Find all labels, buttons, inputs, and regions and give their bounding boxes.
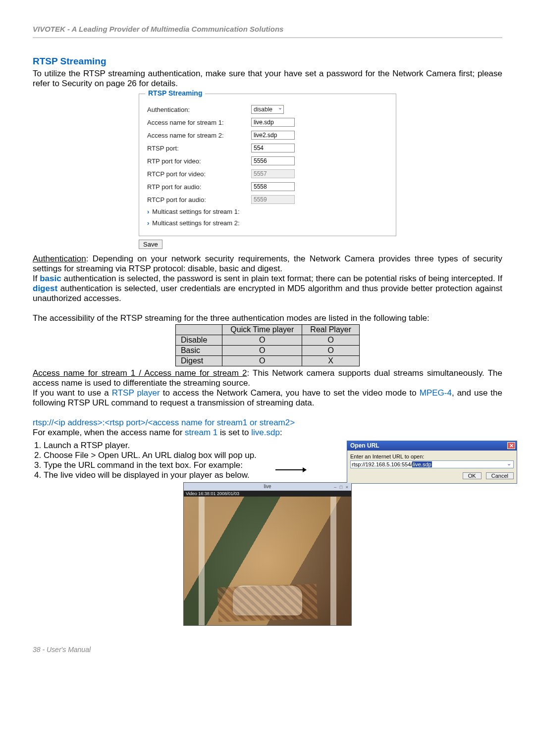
multicast-stream2-label: Multicast settings for stream 2: [152, 219, 239, 227]
table-header [175, 325, 222, 335]
access-heading: Access name for stream 1 / Access name f… [33, 368, 247, 378]
section-title: RTSP Streaming [33, 56, 502, 67]
auth-text: : Depending on your network security req… [33, 254, 502, 273]
table-cell: Digest [175, 356, 222, 366]
arrow-icon [275, 469, 306, 470]
stream1-name-label: Access name for stream 1: [147, 119, 251, 126]
auth-paragraph: Authentication: Depending on your networ… [33, 254, 502, 274]
rtp-video-input[interactable] [251, 156, 295, 165]
multicast-stream2-expander[interactable]: › Multicast settings for stream 2: [147, 219, 388, 227]
stream2-name-label: Access name for stream 2: [147, 132, 251, 139]
rtsp-player-term: RTSP player [112, 388, 160, 398]
header-rule [33, 37, 502, 38]
table-header: Real Player [302, 325, 360, 335]
table-cell: X [302, 356, 360, 366]
table-cell: O [302, 335, 360, 346]
cancel-button[interactable]: Cancel [486, 472, 514, 479]
livesdp-term: live.sdp [251, 428, 280, 437]
rtsp-port-label: RTSP port: [147, 145, 251, 152]
auth-heading: Authentication [33, 254, 86, 263]
table-cell: O [222, 335, 302, 346]
rtsp-usage-paragraph: If you want to use a RTSP player to acce… [33, 388, 502, 408]
live-title-text: live [264, 484, 271, 489]
auth-label: Authentication: [147, 106, 251, 113]
text: is set to [217, 428, 251, 437]
rtcp-video-label: RTCP port for video: [147, 170, 251, 178]
basic-digest-paragraph: If basic authentication is selected, the… [33, 274, 502, 303]
scene-decor [217, 584, 318, 622]
scene-decor [199, 497, 205, 625]
open-url-dialog: Open URL ✕ Enter an Internet URL to open… [347, 441, 517, 484]
table-cell: O [222, 356, 302, 366]
auth-select[interactable]: disable [251, 105, 284, 114]
live-video-window: live – □ × Video 16:38:01 2008/01/03 [183, 482, 352, 626]
table-intro: The accessibility of the RTSP streaming … [33, 313, 502, 323]
ok-button[interactable]: OK [463, 472, 482, 479]
rtcp-audio-label: RTCP port for audio: [147, 196, 251, 203]
example-line: For example, when the access name for st… [33, 428, 502, 438]
page-header: VIVOTEK - A Leading Provider of Multimed… [33, 25, 502, 37]
live-timestamp: Video 16:38:01 2008/01/03 [184, 491, 351, 497]
rtsp-fieldset: RTSP Streaming Authentication: disable A… [139, 94, 396, 236]
text: : [280, 428, 282, 437]
stream1-term: stream 1 [185, 428, 217, 437]
stream2-name-input[interactable] [251, 131, 295, 140]
text: authentication is selected, the password… [61, 274, 502, 283]
multicast-stream1-expander[interactable]: › Multicast settings for stream 1: [147, 208, 388, 215]
text: For example, when the access name for [33, 428, 185, 437]
auth-compat-table: Quick Time player Real Player Disable O … [175, 324, 360, 366]
scene-decor [330, 497, 336, 625]
rtp-audio-label: RTP port for audio: [147, 183, 251, 191]
window-controls-icon[interactable]: – □ × [334, 483, 349, 491]
section-intro: To utilize the RTSP streaming authentica… [33, 69, 502, 89]
digest-term: digest [33, 284, 57, 293]
rtcp-video-input [251, 169, 295, 178]
table-cell: O [222, 346, 302, 356]
rtp-audio-input[interactable] [251, 182, 295, 191]
table-header: Quick Time player [222, 325, 302, 335]
dialog-title: Open URL ✕ [347, 441, 517, 451]
text: authentication is selected, user credent… [33, 284, 502, 303]
text: If [33, 274, 40, 283]
stream1-name-input[interactable] [251, 118, 295, 127]
chevron-right-icon: › [147, 219, 149, 227]
table-cell: Basic [175, 346, 222, 356]
chevron-right-icon: › [147, 208, 149, 215]
rtsp-port-input[interactable] [251, 144, 295, 152]
table-cell: Disable [175, 335, 222, 346]
fieldset-legend: RTSP Streaming [145, 89, 205, 97]
rtp-video-label: RTP port for video: [147, 157, 251, 165]
dialog-title-text: Open URL [350, 442, 379, 449]
dialog-prompt: Enter an Internet URL to open: [350, 454, 514, 459]
url-prefix: rtsp://192.168.5.106:554/ [352, 461, 412, 467]
rtsp-url-template: rtsp://<ip address>:<rtsp port>/<access … [33, 418, 502, 428]
live-window-title: live – □ × [184, 483, 351, 491]
basic-term: basic [40, 274, 61, 283]
rtcp-audio-input [251, 195, 295, 204]
save-button[interactable]: Save [139, 240, 162, 249]
table-cell: O [302, 346, 360, 356]
close-icon[interactable]: ✕ [507, 442, 515, 449]
page-footer: 38 - User's Manual [33, 646, 502, 654]
multicast-stream1-label: Multicast settings for stream 1: [152, 208, 239, 215]
text: to access the Network Camera, you have t… [160, 388, 420, 398]
url-combobox[interactable]: rtsp://192.168.5.106:554/live.sdp [350, 460, 514, 468]
url-highlight: live.sdp [412, 461, 431, 467]
mpeg4-term: MPEG-4 [420, 388, 452, 398]
live-video-frame [184, 497, 351, 625]
access-name-paragraph: Access name for stream 1 / Access name f… [33, 368, 502, 388]
text: If you want to use a [33, 388, 112, 398]
